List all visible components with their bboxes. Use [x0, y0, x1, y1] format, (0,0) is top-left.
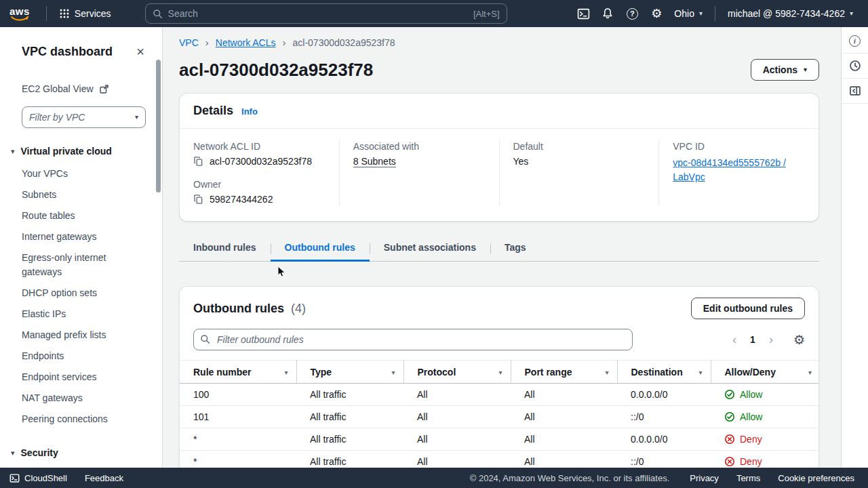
column-header-rule-number[interactable]: Rule number▾ [180, 361, 296, 384]
field-label: Owner [193, 179, 326, 190]
global-search[interactable]: [Alt+S] [145, 3, 507, 24]
actions-button[interactable]: Actions ▾ [751, 59, 819, 81]
tab-outbound-rules[interactable]: Outbound rules [271, 235, 370, 261]
actions-button-label: Actions [763, 64, 797, 75]
breadcrumb-network-acls[interactable]: Network ACLs [216, 37, 276, 48]
info-panel-button[interactable]: i [842, 28, 868, 54]
copy-icon[interactable] [193, 194, 203, 205]
tab-inbound-rules[interactable]: Inbound rules [179, 235, 271, 261]
cookie-preferences-link[interactable]: Cookie preferences [778, 473, 854, 483]
terms-link[interactable]: Terms [736, 473, 760, 483]
clock-icon [849, 60, 861, 72]
aws-logo[interactable]: aws [9, 7, 30, 21]
table-preferences-gear-icon[interactable]: ⚙ [793, 333, 805, 346]
section-header-security[interactable]: ▾ Security [0, 447, 162, 458]
sidebar-item-internet-gateways[interactable]: Internet gateways [0, 226, 162, 247]
cell-type: All traffic [296, 451, 403, 468]
cell-protocol: All [403, 384, 511, 406]
copy-icon[interactable] [193, 156, 203, 167]
tab-subnet-associations[interactable]: Subnet associations [370, 235, 490, 261]
filter-outbound-rules-input[interactable] [193, 329, 633, 350]
sidebar-item-egress-only-internet-gateways[interactable]: Egress-only internet gateways [0, 247, 162, 283]
cell-protocol: All [403, 428, 511, 451]
search-input[interactable] [168, 8, 468, 19]
outbound-rules-table: Rule number▾ Type▾ Protocol▾ Port range▾… [180, 360, 819, 468]
cell-destination: 0.0.0.0/0 [617, 428, 711, 451]
status-badge: Allow [724, 384, 812, 405]
ec2-global-view-link[interactable]: EC2 Global View [22, 83, 162, 94]
cell-destination: ::/0 [617, 406, 711, 428]
column-filter-caret-icon[interactable]: ▾ [391, 369, 395, 376]
aws-smile-icon [10, 16, 29, 21]
sidebar-section-security: ▾ Security Network ACLs [0, 447, 162, 468]
column-header-type[interactable]: Type▾ [296, 361, 403, 384]
column-filter-caret-icon[interactable]: ▾ [605, 369, 608, 376]
sidebar-item-nat-gateways[interactable]: NAT gateways [0, 388, 162, 409]
region-selector[interactable]: Ohio ▾ [669, 0, 708, 27]
cloudshell-nav-button[interactable] [571, 0, 595, 27]
status-text: Deny [740, 434, 762, 445]
services-menu[interactable]: Services [54, 0, 117, 27]
breadcrumb-current: acl-07300d032a9523f78 [293, 37, 395, 48]
account-label: michael @ 5982-7434-4262 [728, 8, 845, 19]
table-row: 101 All traffic All All ::/0 Allow [180, 406, 819, 428]
sidebar-item-endpoints[interactable]: Endpoints [0, 346, 162, 367]
sidebar-item-elastic-ips[interactable]: Elastic IPs [0, 304, 162, 325]
sidebar-item-route-tables[interactable]: Route tables [0, 205, 162, 226]
notifications-button[interactable] [595, 0, 620, 27]
sidebar-item-peering-connections[interactable]: Peering connections [0, 409, 162, 430]
search-icon [200, 334, 210, 344]
chevron-down-icon: ▾ [11, 449, 15, 457]
privacy-link[interactable]: Privacy [690, 473, 719, 483]
sidebar-item-your-vpcs[interactable]: Your VPCs [0, 163, 162, 184]
sidebar-items: Network ACLs [0, 465, 162, 468]
settings-button[interactable]: ⚙ [644, 0, 669, 27]
feedback-button[interactable]: Feedback [85, 473, 123, 483]
column-header-destination[interactable]: Destination▾ [617, 361, 711, 384]
info-icon: i [849, 35, 861, 47]
filter-by-vpc-dropdown[interactable]: Filter by VPC ▾ [22, 106, 146, 128]
sidebar-header: VPC dashboard × [0, 45, 162, 59]
breadcrumb-vpc[interactable]: VPC [179, 37, 199, 48]
page-number[interactable]: 1 [745, 334, 761, 345]
section-header-virtual-private-cloud[interactable]: ▾ Virtual private cloud [0, 146, 162, 157]
close-icon[interactable]: × [136, 45, 144, 58]
previous-page-icon[interactable]: ‹ [726, 331, 743, 348]
tab-tags[interactable]: Tags [490, 235, 540, 261]
next-page-icon[interactable]: › [762, 331, 780, 348]
account-menu[interactable]: michael @ 5982-7434-4262 ▾ [722, 0, 859, 27]
history-panel-button[interactable] [842, 54, 868, 79]
nav-divider [715, 6, 715, 21]
cloudshell-terminal-icon [9, 473, 20, 483]
column-filter-caret-icon[interactable]: ▾ [698, 369, 702, 376]
sidebar-item-network-acls[interactable]: Network ACLs [0, 465, 162, 468]
field-owner: Owner 598274344262 [193, 179, 326, 205]
column-header-protocol[interactable]: Protocol▾ [403, 361, 511, 384]
tab-bar: Inbound rules Outbound rules Subnet asso… [179, 235, 819, 262]
sidebar-item-dhcp-option-sets[interactable]: DHCP option sets [0, 283, 162, 304]
check-circle-icon [724, 411, 735, 422]
column-filter-caret-icon[interactable]: ▾ [808, 369, 812, 376]
sidebar-scrollbar-thumb[interactable] [156, 60, 161, 192]
status-badge: Deny [724, 451, 812, 468]
field-label: Network ACL ID [193, 141, 326, 152]
column-header-allow-deny[interactable]: Allow/Deny▾ [711, 361, 819, 384]
vpc-id-link[interactable]: vpc-08d4134ed5555762b / LabVpc [673, 156, 805, 184]
side-panel-button[interactable] [842, 79, 868, 104]
sidebar-item-endpoint-services[interactable]: Endpoint services [0, 367, 162, 388]
sidebar-item-managed-prefix-lists[interactable]: Managed prefix lists [0, 325, 162, 346]
info-link[interactable]: Info [241, 106, 258, 117]
sidebar-item-subnets[interactable]: Subnets [0, 184, 162, 205]
details-column-3: Default Yes [499, 140, 659, 206]
footer: CloudShell Feedback © 2024, Amazon Web S… [0, 468, 868, 488]
help-button[interactable]: ? [620, 0, 644, 27]
cloudshell-footer-button[interactable]: CloudShell [9, 473, 67, 483]
field-value-text: acl-07300d032a9523f78 [210, 156, 312, 167]
help-icon: ? [627, 8, 638, 20]
edit-outbound-rules-button[interactable]: Edit outbound rules [691, 298, 805, 319]
column-filter-caret-icon[interactable]: ▾ [284, 369, 288, 376]
chevron-down-icon: ▾ [699, 10, 703, 17]
subnets-link[interactable]: 8 Subnets [353, 156, 396, 167]
column-filter-caret-icon[interactable]: ▾ [498, 369, 502, 376]
column-header-port-range[interactable]: Port range▾ [511, 361, 617, 384]
